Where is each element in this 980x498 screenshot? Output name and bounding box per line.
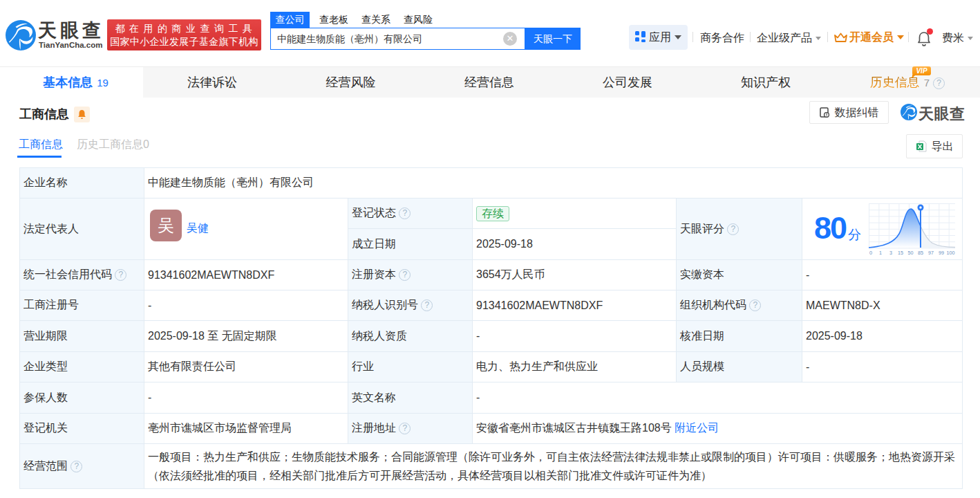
svg-text:0: 0 [869, 250, 872, 256]
svg-text:97: 97 [928, 250, 934, 256]
svg-text:85: 85 [918, 250, 923, 256]
svg-text:99: 99 [939, 250, 944, 256]
svg-text:15: 15 [898, 250, 903, 256]
svg-text:50: 50 [908, 250, 914, 256]
svg-text:3: 3 [889, 250, 892, 256]
svg-text:100: 100 [947, 250, 955, 256]
svg-text:1: 1 [879, 250, 882, 256]
